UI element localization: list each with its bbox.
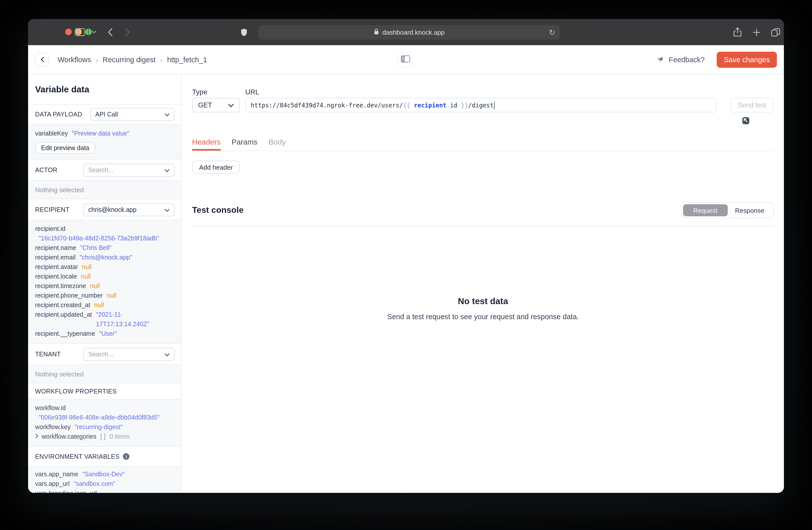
data-suffix: 0 items (110, 432, 130, 442)
data-value: "16c1fd70-b49a-48d2-8256-73a2b9f18adb" (35, 234, 174, 243)
new-tab-icon[interactable] (752, 19, 761, 45)
tab-headers[interactable]: Headers (192, 138, 220, 151)
url-segment: id (450, 102, 458, 109)
toggle-response[interactable]: Response (727, 204, 772, 216)
request-tabs: Headers Params Body (192, 138, 774, 151)
recipient-selected: chris@knock.app (88, 206, 136, 213)
data-row: recipient.email "chris@knock.app" (28, 253, 181, 263)
data-key: recipient.timezone (35, 281, 86, 291)
console-divider (192, 226, 774, 226)
data-row: vars.branding.icon_url (28, 489, 181, 493)
toggle-request[interactable]: Request (683, 204, 727, 216)
chevron-down-icon (164, 351, 170, 358)
data-row: recipient.timezone null (28, 281, 181, 291)
preview-key: variableKey (35, 129, 68, 138)
data-value: [ ] (100, 432, 105, 442)
url-label: URL (245, 88, 717, 96)
back-icon[interactable] (106, 19, 114, 45)
breadcrumb: Workflows › Recurring digest › http_fetc… (58, 55, 207, 64)
data-value: "Chris Bell" (80, 243, 112, 253)
breadcrumb-step-name[interactable]: http_fetch_1 (167, 56, 207, 64)
tab-body[interactable]: Body (269, 138, 286, 151)
data-row: workflow.categories [ ] 0 items (28, 432, 181, 442)
data-row: recipient.id "16c1fd70-b49a-48d2-8256-73… (28, 224, 181, 243)
data-value: "User" (99, 329, 117, 339)
data-row: recipient.avatar null (28, 263, 181, 272)
tab-params[interactable]: Params (231, 138, 257, 151)
info-icon[interactable]: i (123, 453, 130, 460)
data-key: recipient.locale (35, 272, 77, 281)
actor-row: ACTOR Search... (28, 159, 181, 180)
variable-data-sidebar: Variable data DATA PAYLOAD API Call vari… (28, 75, 182, 493)
privacy-shield-icon[interactable] (240, 19, 248, 45)
breadcrumb-separator: › (160, 55, 162, 64)
tenant-select[interactable]: Search... (83, 348, 175, 361)
breadcrumb-workflow-name[interactable]: Recurring digest (103, 56, 156, 64)
url-segment: . (446, 102, 450, 109)
preview-data-panel: variableKey "Preview data value" Edit pr… (28, 124, 181, 159)
actor-empty-state: Nothing selected (28, 180, 181, 199)
chevron-down-icon (164, 206, 170, 213)
data-key: recipient.name (35, 243, 76, 253)
data-key: recipient.created_at (35, 301, 90, 310)
sidebar-toggle-icon[interactable] (73, 19, 86, 45)
tenant-placeholder: Search... (88, 351, 113, 358)
close-window-button[interactable] (65, 28, 72, 35)
data-payload-selected: API Call (95, 111, 118, 118)
tab-overview-icon[interactable] (770, 19, 780, 45)
actor-placeholder: Search... (88, 166, 113, 173)
browser-toolbar: dashboard.knock.app ↻ (28, 19, 784, 46)
environment-variables-label: ENVIRONMENT VARIABLES i (35, 453, 130, 460)
data-key: vars.branding.icon_url (35, 489, 97, 493)
edit-preview-data-button[interactable]: Edit preview data (35, 142, 95, 154)
request-editor: Type GET URL https://84c5df439d74.ngrok-… (182, 75, 784, 493)
method-select[interactable]: GET (192, 98, 240, 112)
data-value: "sandbox.com" (74, 479, 115, 489)
reload-icon[interactable]: ↻ (549, 25, 555, 40)
back-button[interactable] (35, 53, 49, 67)
actor-select[interactable]: Search... (83, 163, 175, 177)
url-segment: }} (458, 102, 468, 109)
chevron-down-icon (164, 166, 170, 173)
data-row: recipient.phone_number null (28, 291, 181, 301)
data-row: recipient.name "Chris Bell" (28, 243, 181, 253)
data-key: recipient.id (35, 225, 66, 232)
add-header-button[interactable]: Add header (192, 161, 240, 174)
console-empty-state: No test data Send a test request to see … (192, 296, 774, 321)
data-value: null (90, 281, 100, 291)
data-value: "Sandbox-Dev" (82, 470, 125, 479)
data-key: vars.app_name (35, 470, 78, 479)
panel-toggle-button[interactable] (398, 52, 413, 67)
data-payload-label: DATA PAYLOAD (35, 111, 82, 118)
data-row: recipient.updated_at "2021-11-17T17:13:1… (28, 310, 181, 329)
data-value: "2021-11-17T17:13:14.240Z" (96, 310, 174, 329)
data-value: null (81, 272, 91, 281)
environment-variables-row: ENVIRONMENT VARIABLES i (28, 446, 181, 466)
url-input[interactable]: https://84c5df439d74.ngrok-free.dev/user… (245, 98, 717, 112)
data-key: recipient.avatar (35, 263, 78, 272)
data-key: workflow.categories (42, 432, 96, 442)
lock-icon (374, 28, 379, 37)
data-row: recipient.locale null (28, 272, 181, 281)
workflow-properties-label: WORKFLOW PROPERTIES (35, 388, 117, 395)
forward-icon[interactable] (124, 19, 131, 45)
browser-window: dashboard.knock.app ↻ (28, 19, 784, 493)
save-changes-button[interactable]: Save changes (717, 52, 777, 68)
address-bar[interactable]: dashboard.knock.app ↻ (258, 25, 560, 40)
chevron-down-icon[interactable] (90, 19, 97, 45)
expand-icon (704, 120, 751, 135)
address-bar-url: dashboard.knock.app (382, 29, 445, 36)
chevron-down-icon (228, 101, 234, 109)
type-label: Type (192, 88, 240, 96)
breadcrumb-workflows[interactable]: Workflows (58, 56, 91, 64)
feedback-link[interactable]: Feedback? (658, 55, 705, 64)
url-segment: {{ (403, 102, 414, 109)
share-icon[interactable] (733, 19, 742, 45)
data-payload-select[interactable]: API Call (90, 108, 175, 121)
expand-chevron-icon[interactable] (35, 434, 39, 438)
data-key: recipient.phone_number (35, 291, 103, 301)
recipient-select[interactable]: chris@knock.app (83, 203, 175, 216)
url-segment: recipient (414, 102, 446, 109)
method-selected: GET (198, 101, 212, 109)
expand-editor-button[interactable] (704, 100, 714, 110)
